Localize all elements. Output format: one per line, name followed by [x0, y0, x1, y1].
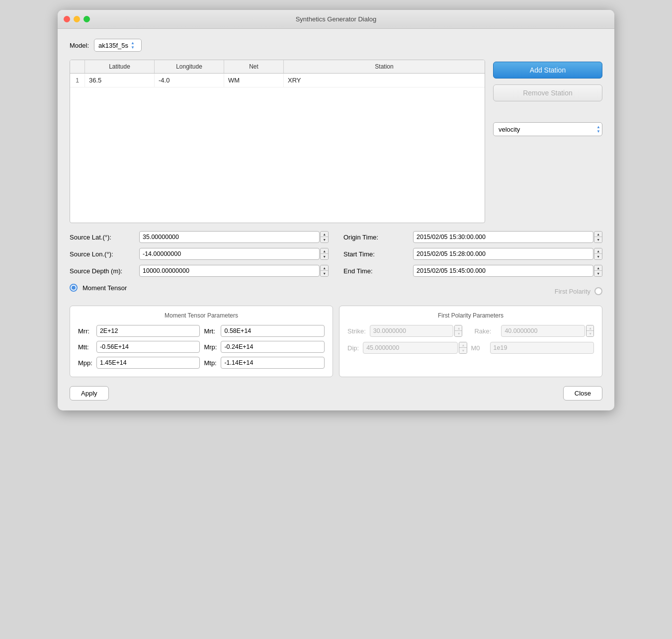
- source-lon-up[interactable]: ▲: [321, 248, 329, 254]
- close-button[interactable]: [64, 16, 70, 22]
- origin-time-up[interactable]: ▲: [594, 232, 602, 237]
- sidebar: Add Station Remove Station velocity disp…: [493, 60, 602, 223]
- mrr-input[interactable]: [96, 325, 200, 337]
- polarity-row1: Strike: ▲ ▼ Rake: ▲: [347, 325, 594, 337]
- end-time-input[interactable]: [413, 265, 593, 277]
- rake-label: Rake:: [474, 327, 491, 335]
- cell-station: XRY: [284, 74, 485, 87]
- moment-tensor-label: Moment Tensor: [83, 284, 127, 292]
- mtt-input[interactable]: [96, 341, 200, 353]
- apply-button[interactable]: Apply: [70, 386, 109, 400]
- source-depth-input-wrap: ▲ ▼: [139, 265, 329, 277]
- end-time-input-wrap: ▲ ▼: [413, 265, 602, 277]
- bottom-bar: Apply Close: [70, 386, 602, 400]
- strike-stepper: ▲ ▼: [454, 325, 462, 337]
- main-window: Synthetics Generator Dialog Model: ak135…: [58, 10, 614, 410]
- first-polarity-params-title: First Polarity Parameters: [347, 312, 594, 319]
- maximize-button[interactable]: [84, 16, 90, 22]
- moment-tensor-params-title: Moment Tensor Parameters: [78, 312, 325, 319]
- source-depth-row: Source Depth (m): ▲ ▼: [70, 265, 329, 277]
- model-select[interactable]: ak135f_5s: [94, 39, 142, 52]
- source-lat-up[interactable]: ▲: [321, 232, 329, 237]
- strike-down: ▼: [455, 331, 462, 336]
- source-lat-label: Source Lat.(°):: [70, 234, 134, 241]
- rake-input: [501, 325, 585, 337]
- source-depth-input[interactable]: [139, 265, 320, 277]
- mtt-label: Mtt:: [78, 343, 92, 351]
- strike-up: ▲: [455, 325, 462, 331]
- mpp-input[interactable]: [96, 357, 200, 369]
- origin-time-stepper: ▲ ▼: [594, 231, 602, 243]
- cell-net: WM: [224, 74, 284, 87]
- end-time-down[interactable]: ▼: [594, 271, 602, 276]
- velocity-select-container: velocity displacement acceleration ▲ ▼: [493, 122, 602, 136]
- source-lat-input[interactable]: [139, 231, 320, 243]
- source-lat-down[interactable]: ▼: [321, 237, 329, 242]
- first-polarity-radio-row: First Polarity: [555, 287, 602, 295]
- radio-section: Moment Tensor First Polarity: [70, 284, 602, 299]
- mrt-label: Mrt:: [204, 327, 217, 335]
- dip-input-wrap: ▲ ▼: [363, 342, 467, 354]
- velocity-select[interactable]: velocity displacement acceleration: [493, 122, 602, 136]
- source-depth-up[interactable]: ▲: [321, 265, 329, 271]
- origin-time-down[interactable]: ▼: [594, 237, 602, 242]
- start-time-down[interactable]: ▼: [594, 254, 602, 259]
- model-row: Model: ak135f_5s ▲ ▼: [70, 39, 602, 52]
- close-dialog-button[interactable]: Close: [563, 386, 602, 400]
- first-polarity-radio[interactable]: [594, 287, 602, 295]
- source-lat-row: Source Lat.(°): ▲ ▼: [70, 231, 329, 243]
- start-time-input-wrap: ▲ ▼: [413, 248, 602, 260]
- end-time-up[interactable]: ▲: [594, 265, 602, 271]
- dip-down: ▼: [459, 348, 467, 353]
- strike-input-wrap: ▲ ▼: [370, 325, 463, 337]
- source-lon-input[interactable]: [139, 248, 320, 260]
- end-time-label: End Time:: [343, 267, 408, 275]
- polarity-row2: Dip: ▲ ▼ M0: [347, 342, 594, 354]
- col-net: Net: [224, 60, 284, 73]
- moment-tensor-params-box: Moment Tensor Parameters Mrr: Mrt: Mtt: …: [70, 306, 333, 377]
- source-lon-input-wrap: ▲ ▼: [139, 248, 329, 260]
- source-depth-down[interactable]: ▼: [321, 271, 329, 276]
- rake-down: ▼: [587, 331, 594, 336]
- dip-stepper: ▲ ▼: [459, 342, 467, 354]
- mrp-input[interactable]: [221, 341, 325, 353]
- table-header: Latitude Longitude Net Station: [70, 60, 485, 74]
- model-select-wrap: ak135f_5s ▲ ▼: [94, 39, 135, 52]
- start-time-input[interactable]: [413, 248, 593, 260]
- dip-label: Dip:: [347, 344, 359, 352]
- moment-tensor-radio[interactable]: [70, 284, 78, 292]
- add-station-button[interactable]: Add Station: [493, 62, 602, 79]
- cell-latitude: 36.5: [85, 74, 155, 87]
- start-time-row: Start Time: ▲ ▼: [343, 248, 602, 260]
- source-fields: Source Lat.(°): ▲ ▼ Origin Time: ▲ ▼: [70, 231, 602, 277]
- origin-time-row: Origin Time: ▲ ▼: [343, 231, 602, 243]
- start-time-stepper: ▲ ▼: [594, 248, 602, 260]
- source-lon-stepper: ▲ ▼: [320, 248, 329, 260]
- mtp-label: Mtp:: [204, 359, 217, 367]
- col-station: Station: [284, 60, 485, 73]
- mrp-label: Mrp:: [204, 343, 217, 351]
- m0-label: M0: [471, 344, 480, 352]
- source-lon-down[interactable]: ▼: [321, 254, 329, 259]
- model-label: Model:: [70, 42, 89, 49]
- rake-up: ▲: [587, 325, 594, 331]
- minimize-button[interactable]: [74, 16, 80, 22]
- source-lon-row: Source Lon.(°): ▲ ▼: [70, 248, 329, 260]
- station-table: Latitude Longitude Net Station 1 36.5 -4…: [70, 60, 485, 223]
- mpp-label: Mpp:: [78, 359, 92, 367]
- mrr-label: Mrr:: [78, 327, 92, 335]
- titlebar: Synthetics Generator Dialog: [58, 10, 614, 29]
- strike-label: Strike:: [347, 327, 366, 335]
- mrt-input[interactable]: [221, 325, 325, 337]
- window-title: Synthetics Generator Dialog: [296, 15, 377, 23]
- col-latitude: Latitude: [85, 60, 155, 73]
- col-num: [70, 60, 85, 73]
- origin-time-input[interactable]: [413, 231, 593, 243]
- m0-input: [490, 342, 594, 354]
- strike-input: [370, 325, 453, 337]
- table-row[interactable]: 1 36.5 -4.0 WM XRY: [70, 74, 485, 87]
- remove-station-button[interactable]: Remove Station: [493, 84, 602, 101]
- first-polarity-params-box: First Polarity Parameters Strike: ▲ ▼ Ra…: [339, 306, 602, 377]
- start-time-up[interactable]: ▲: [594, 248, 602, 254]
- mtp-input[interactable]: [221, 357, 325, 369]
